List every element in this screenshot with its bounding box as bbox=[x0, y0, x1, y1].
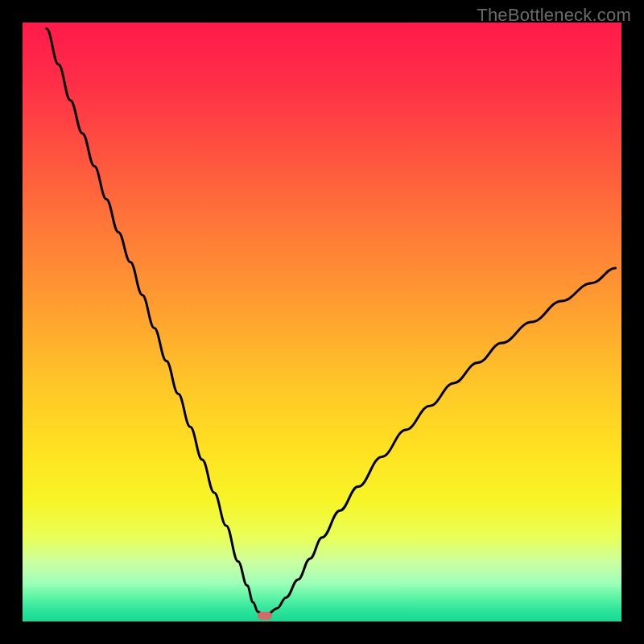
optimal-point-marker bbox=[258, 612, 272, 620]
watermark-text: TheBottleneck.com bbox=[477, 5, 631, 26]
chart-frame bbox=[23, 23, 621, 621]
chart-curve bbox=[23, 23, 621, 621]
